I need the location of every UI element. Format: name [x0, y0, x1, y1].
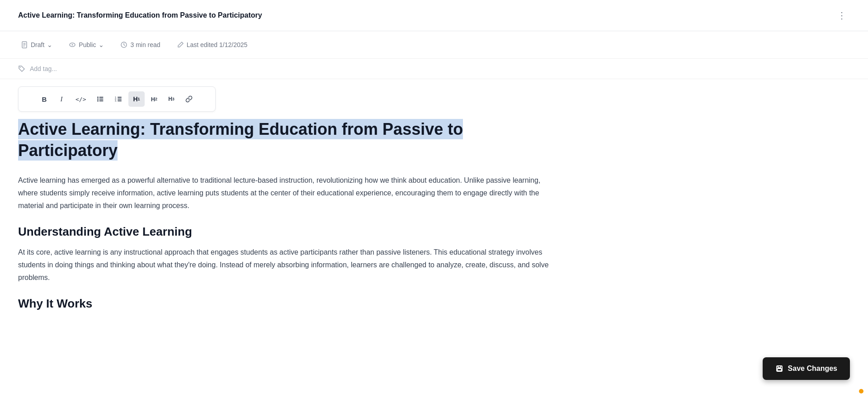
svg-text:3.: 3. [115, 100, 117, 102]
svg-rect-11 [99, 97, 104, 98]
last-edited: Last edited 1/12/2025 [174, 39, 250, 50]
eye-icon [69, 41, 76, 48]
svg-rect-17 [118, 97, 122, 98]
last-edited-label: Last edited 1/12/2025 [187, 41, 248, 48]
status-label: Draft [31, 41, 44, 48]
h1-button[interactable]: H1 [128, 91, 144, 107]
code-button[interactable]: </> [71, 91, 90, 107]
top-bar: Active Learning: Transforming Education … [0, 0, 868, 31]
italic-button[interactable]: I [54, 91, 69, 107]
read-time-label: 3 min read [130, 41, 160, 48]
save-icon [775, 365, 783, 373]
svg-rect-13 [99, 100, 104, 101]
h2-button[interactable]: H2 [146, 91, 162, 107]
page-title: Active Learning: Transforming Education … [18, 11, 262, 19]
link-button[interactable] [181, 91, 197, 107]
svg-point-5 [72, 44, 73, 46]
read-time: 3 min read [118, 39, 163, 50]
bold-button[interactable]: B [37, 91, 52, 107]
article-title-block: Active Learning: Transforming Education … [18, 119, 561, 161]
clock-icon [120, 41, 127, 48]
h3-button[interactable]: H3 [164, 91, 179, 107]
svg-point-9 [97, 99, 99, 100]
formatting-toolbar: B I </> 1. 2. 3. H1 H2 H3 [18, 86, 216, 112]
link-icon [185, 95, 193, 103]
numbered-list-icon: 1. 2. 3. [115, 95, 122, 103]
svg-rect-19 [118, 100, 122, 101]
tag-icon [18, 65, 25, 72]
svg-rect-12 [99, 99, 104, 100]
status-chevron: ⌄ [47, 41, 52, 48]
more-options-button[interactable]: ⋮ [834, 8, 850, 23]
status-indicator [859, 389, 863, 393]
tag-input[interactable]: Add tag... [30, 65, 57, 72]
document-icon [21, 41, 28, 48]
bullet-list-button[interactable] [92, 91, 108, 107]
visibility-chevron: ⌄ [99, 41, 104, 48]
section1-paragraph: At its core, active learning is any inst… [18, 246, 561, 284]
svg-point-8 [97, 97, 99, 98]
save-changes-button[interactable]: Save Changes [763, 357, 850, 380]
save-button-label: Save Changes [788, 365, 837, 373]
visibility-label: Public [79, 41, 96, 48]
bullet-list-icon [97, 95, 104, 103]
tag-bar: Add tag... [0, 59, 868, 79]
intro-paragraph: Active learning has emerged as a powerfu… [18, 174, 561, 212]
svg-point-7 [20, 67, 21, 68]
pencil-icon [177, 41, 184, 48]
meta-bar: Draft ⌄ Public ⌄ 3 min read Last edited … [0, 31, 868, 59]
numbered-list-button[interactable]: 1. 2. 3. [110, 91, 127, 107]
svg-rect-18 [118, 99, 122, 100]
svg-point-10 [97, 100, 99, 102]
visibility-dropdown[interactable]: Public ⌄ [66, 39, 107, 50]
svg-rect-22 [777, 369, 781, 371]
status-dropdown[interactable]: Draft ⌄ [18, 39, 55, 50]
article-title: Active Learning: Transforming Education … [18, 120, 463, 160]
editor-area[interactable]: Active Learning: Transforming Education … [0, 119, 579, 372]
svg-rect-21 [778, 366, 781, 368]
section2-heading: Why It Works [18, 297, 561, 311]
section1-heading: Understanding Active Learning [18, 225, 561, 239]
